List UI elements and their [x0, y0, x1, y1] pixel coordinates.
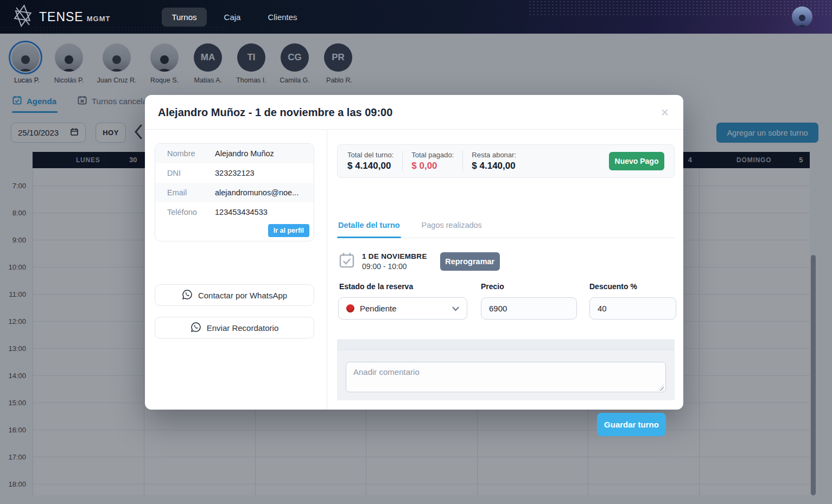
event-datetime: 1 DE NOVIEMBRE 09:00 - 10:00 — [362, 252, 427, 271]
chevron-down-icon — [452, 304, 459, 314]
brand-logo[interactable]: TENSE MGMT — [11, 3, 110, 30]
brand-name: TENSE — [39, 10, 84, 24]
brand-suffix: MGMT — [87, 15, 111, 23]
app-root: TENSE MGMT Turnos Caja Clientes Lucas P.… — [0, 0, 832, 504]
status-label: Estado de la reserva — [339, 282, 413, 291]
whatsapp-icon — [190, 322, 201, 334]
nav-item-turnos[interactable]: Turnos — [162, 8, 206, 27]
tab-detalle-turno[interactable]: Detalle del turno — [337, 220, 401, 238]
whatsapp-contact-button[interactable]: Contactar por WhatsApp — [155, 284, 314, 306]
send-reminder-label: Enviar Recordatorio — [207, 323, 279, 333]
profile-row: Ir al perfil — [155, 222, 314, 241]
event-row: 1 DE NOVIEMBRE 09:00 - 10:00 Reprogramar — [339, 252, 500, 271]
go-to-profile-button[interactable]: Ir al perfil — [268, 224, 309, 237]
client-row-dni: DNI 323232123 — [155, 163, 314, 183]
total-turno: Total del turno: $ 4.140,00 — [347, 151, 402, 171]
top-navbar: TENSE MGMT Turnos Caja Clientes — [0, 0, 832, 34]
price-input[interactable] — [481, 297, 577, 320]
status-value: Pendiente — [360, 304, 447, 313]
client-row-email: Email alejandromunos@noe... — [155, 183, 314, 202]
whatsapp-contact-label: Contactar por WhatsApp — [198, 291, 287, 300]
event-date: 1 DE NOVIEMBRE — [362, 252, 427, 260]
client-pane: Nombre Alejandro Muñoz DNI 323232123 Ema… — [145, 130, 327, 410]
client-info-card: Nombre Alejandro Muñoz DNI 323232123 Ema… — [155, 143, 314, 241]
tab-pagos-realizados[interactable]: Pagos realizados — [421, 220, 483, 238]
client-row-nombre: Nombre Alejandro Muñoz — [155, 144, 314, 163]
close-icon[interactable]: ✕ — [660, 107, 669, 118]
discount-input[interactable] — [589, 297, 676, 320]
total-pagado: Total pagado: $ 0,00 — [402, 151, 462, 171]
send-reminder-button[interactable]: Enviar Recordatorio — [155, 317, 314, 339]
comment-panel-header — [337, 339, 675, 350]
nav-menu: Turnos Caja Clientes — [162, 8, 307, 27]
new-payment-button[interactable]: Nuevo Pago — [609, 152, 664, 170]
nav-item-clientes[interactable]: Clientes — [258, 8, 307, 27]
decor-dots — [528, 0, 832, 16]
appointment-modal: Alejandro Muñoz - 1 de noviembre a las 0… — [145, 95, 683, 410]
detail-pane: Total del turno: $ 4.140,00 Total pagado… — [328, 130, 683, 410]
comment-textarea[interactable] — [346, 362, 666, 392]
resta-abonar: Resta abonar: $ 4.140,00 — [462, 151, 525, 171]
star-logo-icon — [11, 3, 35, 30]
modal-body: Nombre Alejandro Muñoz DNI 323232123 Ema… — [145, 130, 683, 410]
status-select[interactable]: Pendiente — [338, 297, 467, 320]
calendar-check-icon-large — [339, 252, 354, 271]
modal-title: Alejandro Muñoz - 1 de noviembre a las 0… — [158, 106, 392, 119]
nav-item-caja[interactable]: Caja — [214, 8, 251, 27]
modal-header: Alejandro Muñoz - 1 de noviembre a las 0… — [145, 95, 683, 130]
event-time: 09:00 - 10:00 — [362, 262, 427, 271]
detail-tabs: Detalle del turno Pagos realizados — [337, 220, 675, 238]
comment-panel — [337, 339, 675, 400]
whatsapp-icon — [182, 289, 193, 302]
user-avatar[interactable] — [792, 7, 812, 27]
client-row-telefono: Teléfono 123453434533 — [155, 202, 314, 222]
reschedule-button[interactable]: Reprogramar — [440, 252, 500, 271]
payment-summary-card: Total del turno: $ 4.140,00 Total pagado… — [337, 144, 675, 178]
price-label: Precio — [481, 282, 504, 291]
status-dot-red-icon — [346, 304, 354, 312]
save-turn-button[interactable]: Guardar turno — [597, 413, 666, 436]
discount-label: Descuento % — [589, 282, 637, 291]
